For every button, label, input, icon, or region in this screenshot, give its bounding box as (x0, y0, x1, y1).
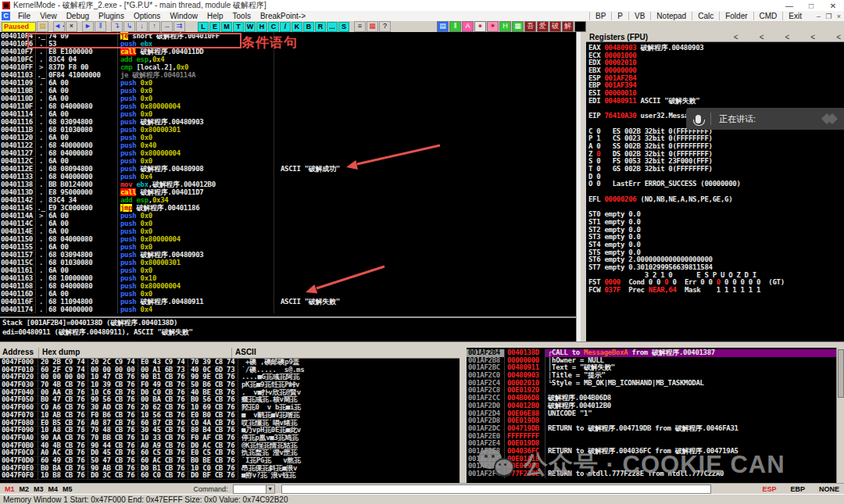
menu-item-debug[interactable]: Debug (62, 12, 94, 20)
disasm-row[interactable]: 00401114.6A 00push 0x0 (0, 110, 576, 118)
toolbar-letter-H[interactable]: H (256, 22, 267, 32)
disasm-row[interactable]: 00401155.6A 00push 0x0 (0, 243, 576, 251)
menu-button-cmd[interactable]: CMD (753, 12, 783, 20)
toolbar-plugin-icon[interactable]: H (499, 21, 511, 32)
disasm-row[interactable]: 004010FF>837D F8 00cmp [local.2],0x0 (0, 63, 576, 71)
toolbar-button[interactable]: → (161, 21, 173, 32)
toolbar-letter-S[interactable]: S (338, 22, 349, 32)
menu-button-notepad[interactable]: Notepad (650, 12, 692, 20)
disasm-row[interactable]: 00401174.68 04000000push 0x4 (0, 306, 576, 313)
menu-item-window[interactable]: Window (165, 12, 202, 20)
command-input[interactable] (281, 484, 711, 494)
disasm-row[interactable]: 0040115C.68 01030080push 0x80000301 (0, 259, 576, 266)
memory-tab-m1[interactable]: M1 (5, 485, 15, 493)
register-line[interactable]: EDI 00480911 ASCII "破解失败" (586, 98, 844, 105)
chevron-left-icon[interactable]: < (760, 33, 764, 41)
maximize-button[interactable]: □ (800, 2, 822, 10)
toolbar-button[interactable]: ↑ (148, 21, 160, 32)
disasm-row[interactable]: 0040110D.6A 00push 0x0 (0, 95, 576, 102)
disasm-row[interactable]: 00401133.68 04000000push 0x4 (0, 173, 576, 181)
chevron-left-icon[interactable]: < (785, 33, 789, 41)
disasm-row[interactable]: 0040113D.E8 95000000call 破解程序.004011D7 (0, 188, 576, 196)
disasm-row[interactable]: 00401150.68 04000080push 0x80000004 (0, 235, 576, 243)
menu-button-bp[interactable]: BP (589, 12, 611, 20)
disasm-row[interactable]: 00401161.6A 00push 0x0 (0, 266, 576, 274)
toolbar-letter-E[interactable]: E (209, 22, 220, 32)
disasm-row[interactable]: 00401120.6A 00push 0x0 (0, 134, 576, 141)
toolbar-letter-x[interactable]: / (280, 22, 291, 32)
register-line[interactable]: EFL 00000206 (NO,NB,NE,A,NS,PE,GE,G) (586, 196, 844, 204)
toolbar-button[interactable]: × (66, 21, 77, 32)
toolbar-button[interactable]: ◄◄ (53, 21, 65, 32)
disasm-row[interactable]: 0040110F.68 04000080push 0x80000004 (0, 102, 576, 110)
mdi-close[interactable]: × (834, 13, 844, 20)
toolbar-letter-W[interactable]: W (245, 22, 256, 32)
disasm-row[interactable]: 0040111B.68 01030080push 0x80000301 (0, 126, 576, 134)
combo-dropdown-icon[interactable]: ▼ (266, 485, 274, 493)
toolbar-button[interactable]: ▦ (367, 21, 378, 32)
chevron-left-icon[interactable]: < (810, 33, 815, 41)
disasm-row[interactable]: 00401163.68 10000000push 0x10 (0, 274, 576, 282)
toolbar-letter-B[interactable]: B (303, 22, 314, 32)
disasm-row[interactable]: 00401157.68 03094800push 破解程序.00480903 (0, 251, 576, 259)
toolbar-plugin-icon[interactable]: 破 (549, 21, 561, 32)
toolbar-plugin-icon[interactable]: ▦ (512, 21, 524, 32)
memory-tab-m5[interactable]: M5 (63, 485, 73, 493)
disasm-row[interactable]: 00401142.83C4 34add esp,0x34 (0, 196, 576, 204)
disasm-row[interactable]: 0040116D.6A 00push 0x0 (0, 290, 576, 298)
toolbar-plugin-icon[interactable]: ‖ (449, 21, 461, 32)
disasm-row[interactable]: 0040116F.68 11094800push 破解程序.00480911AS… (0, 298, 576, 306)
memory-tab-m2[interactable]: M2 (20, 485, 30, 493)
toolbar-button[interactable]: ⇉ (173, 21, 185, 32)
toolbar-button[interactable]: ↳ (123, 21, 135, 32)
toolbar-letter-xxx[interactable]: ... (327, 22, 338, 32)
toolbar-plugin-icon[interactable] (574, 21, 586, 32)
disasm-row[interactable]: 00401145._E9 3C000000jmp 破解程序.00401186 (0, 204, 576, 212)
menu-item-breakpoint[interactable]: BreakPoint-> (256, 12, 310, 20)
registers-pane[interactable]: Registers (FPU) <<<<< EAX 00480903 破解程序.… (586, 32, 844, 341)
disasm-row[interactable]: 0040114C.6A 00push 0x0 (0, 220, 576, 227)
registers-chevrons[interactable]: <<<<< (713, 33, 841, 41)
toolbar-letter-K[interactable]: K (291, 22, 302, 32)
menu-item-plugins[interactable]: Plugins (94, 12, 129, 20)
toolbar-letter-L[interactable]: L (198, 22, 209, 32)
toolbar-plugin-icon[interactable]: ▤ (437, 21, 449, 32)
toolbar-plugin-icon[interactable]: 爱 (537, 21, 549, 32)
disasm-row[interactable]: 0040114A>6A 00push 0x0 (0, 212, 576, 220)
close-button[interactable]: ✕ (822, 2, 844, 10)
toolbar-plugin-icon[interactable]: 吾 (524, 21, 536, 32)
chevron-left-icon[interactable]: < (734, 33, 738, 41)
disasm-row[interactable]: 00401168.68 04000080push 0x80000004 (0, 282, 576, 290)
disasm-row[interactable]: 0040112C.6A 00push 0x0 (0, 157, 576, 165)
menu-item-help[interactable]: Help (202, 12, 228, 20)
toolbar-button[interactable]: ‖ (95, 21, 106, 32)
menu-item-file[interactable]: File (13, 12, 35, 20)
disasm-row[interactable]: 00401127.68 04000080push 0x80000004 (0, 149, 576, 157)
disasm-row[interactable]: 0040112E.68 08094800push 破解程序.00480908AS… (0, 165, 576, 173)
toolbar-letter-R[interactable]: R (315, 22, 326, 32)
disasm-row[interactable]: 00401138.BB B0124000mov ebx,破解程序.004012B… (0, 181, 576, 188)
mdi-restore[interactable]: ❐ (824, 13, 834, 20)
toolbar-button[interactable]: ≡ (354, 21, 366, 32)
menu-button-calc[interactable]: Calc (692, 12, 719, 20)
toolbar-letter-T[interactable]: T (233, 22, 244, 32)
disasm-row[interactable]: 0040110B.6A 00push 0x0 (0, 87, 576, 95)
mdi-minimize[interactable]: – (814, 13, 824, 20)
menu-item-view[interactable]: View (35, 12, 62, 20)
register-line[interactable]: O 0 LastErr ERROR_SUCCESS (00000000) (586, 181, 844, 188)
hex-dump-pane[interactable]: Address Hex dump ASCII 0047F00020 2B C9 … (0, 348, 460, 483)
disasm-row[interactable]: 00401109.6A 00push 0x0 (0, 79, 576, 87)
menu-button-folder[interactable]: Folder (719, 12, 753, 20)
toolbar-plugin-icon[interactable]: A (462, 21, 474, 32)
toolbar-plugin-icon[interactable]: ● (474, 21, 486, 32)
register-line[interactable]: FCW 037F Prec NEAR,64 Mask 1 1 1 1 1 1 (586, 287, 844, 295)
toolbar-letter-C[interactable]: C (268, 22, 279, 32)
toolbar-letter-M[interactable]: M (221, 22, 232, 32)
disasm-row[interactable]: 0040114E.6A 00push 0x0 (0, 227, 576, 235)
chevron-left-icon[interactable]: < (836, 33, 841, 41)
toolbar-button[interactable]: ↴ (111, 21, 123, 32)
menu-item-tools[interactable]: Tools (228, 12, 256, 20)
disassembly-pane[interactable]: 004010F4._74 09je short 破解程序.004010FF004… (0, 32, 576, 316)
toolbar-button[interactable]: ▤ (37, 21, 48, 32)
command-combo[interactable]: ▼ (233, 484, 275, 494)
